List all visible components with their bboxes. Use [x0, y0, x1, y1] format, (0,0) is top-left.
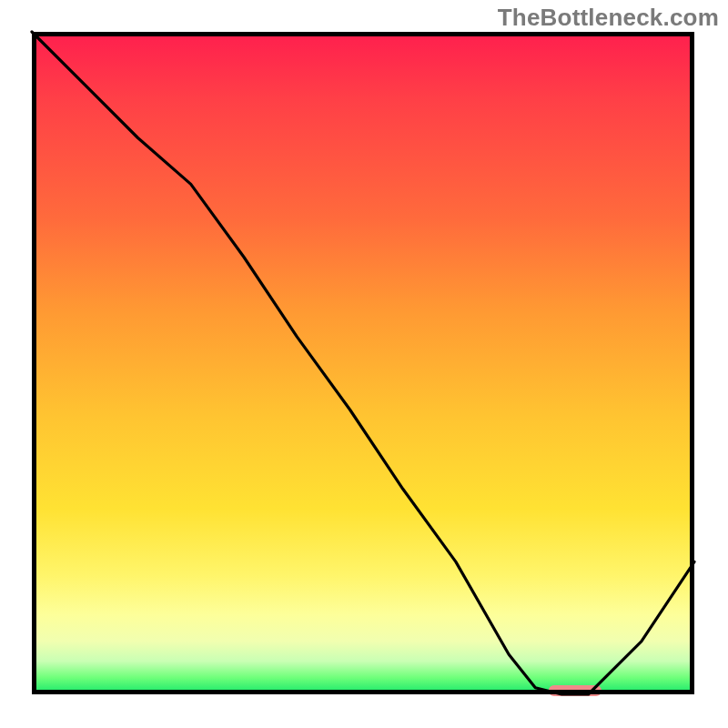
- plot-area: [32, 32, 694, 694]
- watermark-text: TheBottleneck.com: [498, 4, 719, 32]
- chart-container: TheBottleneck.com: [0, 0, 728, 728]
- curve-layer: [32, 32, 694, 694]
- bottleneck-curve: [32, 32, 694, 694]
